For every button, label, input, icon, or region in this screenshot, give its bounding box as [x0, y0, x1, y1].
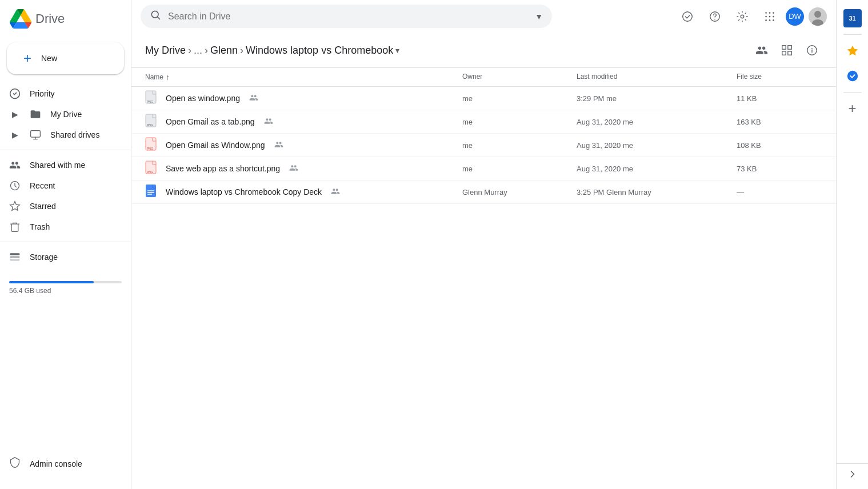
new-button-label: New	[41, 54, 57, 63]
svg-point-15	[769, 15, 771, 17]
file-name-text: Open as window.png	[166, 94, 240, 103]
svg-rect-26	[788, 51, 791, 55]
settings-icon-button[interactable]	[731, 5, 754, 28]
file-size: 108 KB	[737, 141, 822, 150]
breadcrumb-glenn[interactable]: Glenn	[210, 45, 238, 57]
svg-point-14	[765, 15, 767, 17]
breadcrumb-my-drive[interactable]: My Drive	[145, 45, 186, 57]
breadcrumb-sep-2: ›	[205, 45, 208, 57]
svg-text:PNG: PNG	[147, 170, 153, 174]
file-icon-png: PNG	[145, 138, 159, 152]
sidebar-item-shared-drives[interactable]: ▶ Shared drives	[0, 125, 122, 145]
admin-section: Admin console	[0, 447, 131, 484]
breadcrumb-more[interactable]: ...	[194, 45, 202, 57]
storage-section: 56.4 GB used	[0, 272, 131, 299]
file-size: 163 KB	[737, 118, 822, 126]
drive-logo[interactable]: Drive	[9, 9, 65, 29]
file-modified: Aug 31, 2020 me	[577, 118, 737, 126]
blue-circle-button[interactable]	[841, 65, 864, 87]
file-owner: me	[462, 94, 577, 103]
sidebar-item-shared-with-me-label: Shared with me	[30, 161, 85, 170]
sidebar-item-trash[interactable]: Trash	[0, 217, 122, 237]
table-row[interactable]: PNG Open Gmail as Window.png me Aug 31, …	[131, 134, 836, 157]
breadcrumb-sep-3: ›	[240, 45, 243, 57]
drive-logo-text: Drive	[35, 11, 65, 26]
topbar-actions: DW	[676, 5, 827, 28]
svg-marker-40	[847, 46, 857, 55]
svg-text:PNG: PNG	[147, 123, 153, 127]
file-modified: 3:29 PM me	[577, 94, 737, 103]
file-name-text: Save web app as a shortcut.png	[166, 164, 280, 173]
file-modified: Aug 31, 2020 me	[577, 141, 737, 150]
admin-icon	[9, 456, 21, 471]
table-row[interactable]: PNG Open as window.png me 3:29 PM me 11 …	[131, 87, 836, 110]
sidebar-item-starred-label: Starred	[30, 202, 56, 211]
account-avatar-dw[interactable]: DW	[786, 7, 804, 26]
add-icon-button[interactable]: +	[841, 97, 864, 120]
svg-point-12	[769, 12, 771, 14]
plus-icon	[21, 51, 34, 65]
priority-icon	[9, 88, 21, 99]
sidebar-item-priority[interactable]: Priority	[0, 83, 122, 104]
svg-point-19	[773, 19, 774, 21]
col-name-header[interactable]: Name ↑	[145, 73, 462, 82]
expand-arrow-shared-drives: ▶	[9, 129, 21, 141]
check-icon-button[interactable]	[676, 5, 699, 28]
share-icon-button[interactable]	[751, 40, 772, 61]
calendar-icon-button[interactable]: 31	[843, 9, 862, 27]
right-panel-divider-2	[843, 92, 862, 93]
table-row[interactable]: PNG Open Gmail as a tab.png me Aug 31, 2…	[131, 110, 836, 134]
admin-console-label: Admin console	[30, 459, 82, 468]
file-shared-icon	[289, 163, 298, 174]
new-button[interactable]: New	[7, 42, 124, 74]
file-shared-icon	[331, 187, 340, 198]
expand-panel-button[interactable]	[837, 463, 868, 484]
topbar: ▼	[131, 0, 836, 33]
svg-point-17	[765, 19, 767, 21]
sidebar-item-my-drive[interactable]: ▶ My Drive	[0, 104, 122, 125]
sidebar-item-storage-label: Storage	[30, 252, 58, 262]
breadcrumb-current: Windows laptop vs Chromebook ▾	[246, 45, 399, 57]
storage-bar	[9, 281, 122, 283]
sidebar-nav: Priority ▶ My Drive ▶ Shared drives	[0, 83, 131, 267]
file-name-text: Windows laptop vs Chromebook Copy Deck	[166, 187, 322, 197]
sidebar-item-shared-drives-label: Shared drives	[50, 130, 99, 139]
search-icon	[150, 9, 161, 23]
col-owner-header: Owner	[462, 73, 577, 82]
sidebar-item-storage[interactable]: Storage	[0, 247, 122, 267]
grid-view-button[interactable]	[777, 40, 797, 61]
yellow-icon-button[interactable]	[841, 39, 864, 62]
table-row[interactable]: Windows laptop vs Chromebook Copy Deck G…	[131, 181, 836, 204]
file-shared-icon	[274, 140, 283, 151]
file-list-header: Name ↑ Owner Last modified File size	[131, 68, 836, 87]
sidebar-item-shared-with-me[interactable]: Shared with me	[0, 155, 122, 175]
account-photo[interactable]	[809, 7, 827, 26]
sidebar-item-starred[interactable]: Starred	[0, 196, 122, 217]
file-modified: 3:25 PM Glenn Murray	[577, 188, 737, 197]
info-button[interactable]	[802, 40, 822, 61]
svg-point-10	[741, 15, 744, 18]
calendar-date: 31	[849, 15, 855, 22]
apps-grid-button[interactable]	[758, 5, 781, 28]
sidebar-item-trash-label: Trash	[30, 222, 50, 231]
help-icon-button[interactable]	[703, 5, 726, 28]
svg-point-18	[769, 19, 771, 21]
search-dropdown-icon[interactable]: ▼	[535, 12, 543, 21]
table-row[interactable]: PNG Save web app as a shortcut.png me Au…	[131, 157, 836, 181]
search-input[interactable]	[168, 11, 528, 22]
breadcrumb-dropdown-icon[interactable]: ▾	[395, 46, 399, 55]
sidebar: Drive New Priority ▶ My D	[0, 0, 131, 489]
sort-arrow: ↑	[166, 73, 170, 82]
svg-point-21	[814, 11, 821, 18]
sidebar-item-recent[interactable]: Recent	[0, 175, 122, 196]
file-shared-icon	[249, 93, 258, 104]
file-owner: me	[462, 165, 577, 173]
svg-point-41	[847, 71, 857, 81]
file-name-cell: PNG Open Gmail as a tab.png	[145, 115, 462, 129]
right-panel: 31 +	[836, 0, 868, 489]
sidebar-item-priority-label: Priority	[30, 89, 55, 98]
admin-console-item[interactable]: Admin console	[9, 452, 122, 475]
storage-bar-fill	[9, 281, 94, 283]
starred-icon	[9, 201, 21, 212]
search-bar: ▼	[141, 5, 552, 28]
